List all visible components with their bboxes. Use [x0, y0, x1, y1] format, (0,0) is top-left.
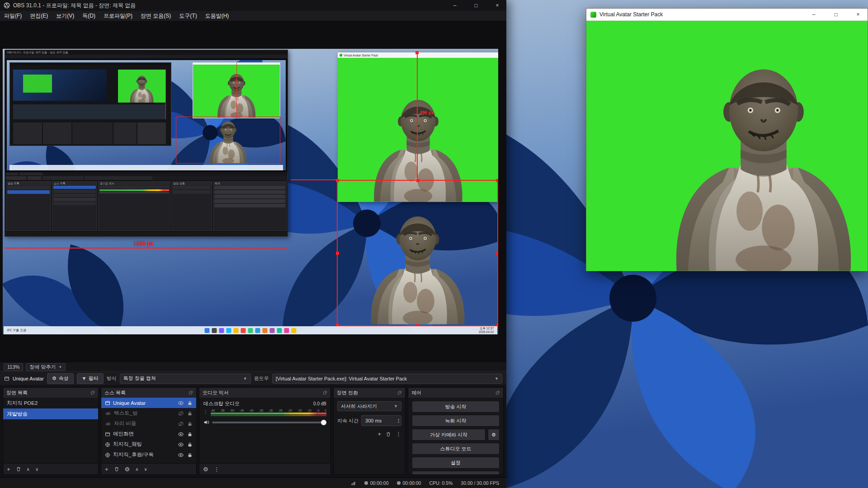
menu-item-help[interactable]: 도움말(H) — [201, 12, 233, 20]
close-button[interactable]: × — [488, 0, 506, 11]
handle-r[interactable] — [496, 252, 498, 255]
menu-item-file[interactable]: 파일(F) — [0, 12, 26, 20]
popout-icon[interactable] — [397, 390, 402, 395]
captured-desktop-preview[interactable]: OBS 31.0.1 - 프로파일: 제목 없음 - 장면: 제목 없음 — [3, 49, 498, 334]
menu-item-dock[interactable]: 독(D) — [78, 12, 99, 20]
handle-tl[interactable] — [336, 179, 339, 182]
popout-icon[interactable] — [90, 390, 95, 395]
add-transition-button[interactable]: + — [377, 431, 381, 437]
browser-source-icon — [105, 442, 110, 447]
popout-icon[interactable] — [323, 390, 327, 395]
source-item[interactable]: ab 자리 비움 — [101, 418, 196, 429]
handle-t[interactable] — [416, 179, 420, 182]
minimize-button[interactable]: – — [446, 0, 464, 11]
properties-button[interactable]: ⚙ 속성 — [47, 373, 74, 384]
mini-obs-menubar — [5, 55, 288, 58]
menu-item-edit[interactable]: 편집(E) — [26, 12, 52, 20]
preview-canvas[interactable]: OBS 31.0.1 - 프로파일: 제목 없음 - 장면: 제목 없음 — [0, 21, 506, 362]
capture-method-select[interactable]: 특정 창을 캡쳐 ▼ — [120, 374, 251, 384]
mini-obs-window: OBS 31.0.1 - 프로파일: 제목 없음 - 장면: 제목 없음 — [5, 50, 288, 237]
eye-icon[interactable] — [178, 400, 184, 406]
avatar-app-icon — [590, 12, 596, 18]
menu-item-view[interactable]: 보기(V) — [52, 12, 78, 20]
mini-green-window — [193, 62, 280, 118]
mixer-db-value: 0.0 dB — [313, 401, 326, 406]
handle-tr[interactable] — [496, 179, 498, 182]
popout-icon[interactable] — [495, 390, 500, 395]
eye-icon[interactable] — [178, 432, 184, 437]
eye-off-icon[interactable] — [178, 411, 184, 416]
scene-item-selected[interactable]: 개발방송 — [3, 408, 98, 419]
lock-icon[interactable] — [187, 442, 193, 447]
source-selection-box[interactable] — [337, 180, 498, 326]
source-up-button[interactable]: ∧ — [135, 467, 138, 472]
eye-off-icon[interactable] — [178, 421, 184, 427]
virtual-camera-settings-button[interactable]: ⚙ — [488, 429, 500, 441]
source-properties-button[interactable]: ⚙ — [125, 466, 130, 473]
volume-slider-knob[interactable] — [321, 420, 326, 425]
chevron-down-icon: ▼ — [243, 376, 247, 381]
scene-item[interactable]: 치지직 POE2 — [3, 398, 98, 408]
source-item[interactable]: 치지직_채팅 — [101, 439, 196, 450]
start-virtual-camera-button[interactable]: 가상 카메라 시작 — [412, 429, 486, 441]
trash-icon[interactable] — [16, 466, 21, 472]
scenes-title: 장면 목록 — [6, 389, 28, 396]
eye-icon[interactable] — [178, 452, 184, 458]
scene-up-button[interactable]: ∧ — [27, 467, 30, 472]
stream-dot — [397, 481, 401, 485]
current-source-name: Unique Avatar — [13, 376, 44, 381]
transition-select[interactable]: 서서히 사라지기 ▼ — [337, 401, 401, 411]
maximize-button[interactable]: □ — [467, 0, 485, 11]
mixer-settings-button[interactable]: ⚙ — [203, 466, 208, 473]
exit-button[interactable]: 끝내기 — [412, 471, 500, 474]
zoom-level[interactable]: 113% — [4, 363, 23, 371]
volume-slider[interactable] — [212, 422, 326, 423]
menu-item-tools[interactable]: 도구(T) — [175, 12, 201, 20]
maximize-button[interactable]: □ — [826, 9, 845, 20]
obs-logo-icon — [4, 2, 10, 9]
source-item[interactable]: 치지직_후원/구독 — [101, 450, 196, 460]
mixer-title: 오디오 믹서 — [203, 389, 229, 396]
stats-icon[interactable] — [351, 480, 356, 486]
filters-button[interactable]: 필터 — [77, 373, 104, 384]
handle-l[interactable] — [336, 252, 339, 255]
transition-menu-button[interactable]: ⋮ — [396, 431, 401, 437]
lock-icon[interactable] — [187, 421, 193, 427]
trash-icon[interactable] — [386, 432, 391, 437]
settings-button[interactable]: 설정 — [412, 457, 500, 469]
mixer-menu-button[interactable]: ⋮ — [214, 466, 220, 473]
fit-to-window-dropdown[interactable]: 창에 맞추기 ▼ — [26, 363, 66, 371]
mixer-kebab-icon[interactable]: ⋮ — [203, 409, 208, 414]
studio-mode-button[interactable]: 스튜디오 모드 — [412, 443, 500, 455]
menu-item-scene-collection[interactable]: 장면 모음(S) — [137, 12, 175, 20]
minimize-button[interactable]: – — [804, 9, 823, 20]
close-button[interactable]: × — [849, 9, 868, 20]
speaker-icon[interactable] — [203, 419, 209, 425]
lock-icon[interactable] — [187, 411, 193, 416]
add-scene-button[interactable]: + — [7, 466, 10, 473]
crop-handle-top[interactable] — [415, 51, 419, 54]
lock-icon[interactable] — [187, 432, 193, 437]
source-down-button[interactable]: ∨ — [144, 467, 147, 472]
source-item[interactable]: Unique Avatar — [101, 398, 196, 408]
capture-window-select[interactable]: [Virtual Avatar Starter Pack.exe]: Virtu… — [272, 374, 502, 384]
mini-obs-preview — [5, 58, 288, 172]
start-streaming-button[interactable]: 방송 시작 — [412, 401, 500, 413]
source-item[interactable]: 메인화면 — [101, 429, 196, 439]
duration-input[interactable]: 300 ms ▴▾ — [361, 415, 401, 426]
popout-icon[interactable] — [189, 390, 193, 395]
start-recording-button[interactable]: 녹화 시작 — [412, 415, 500, 427]
crop-hline[interactable] — [291, 179, 337, 180]
menu-item-profile[interactable]: 프로파일(P) — [99, 12, 137, 20]
source-item[interactable]: ab 텍스트_방 — [101, 408, 196, 418]
mini-avatar-selection — [176, 117, 280, 164]
crop-vline[interactable] — [417, 52, 418, 180]
lock-icon[interactable] — [187, 452, 193, 458]
spin-down-icon[interactable]: ▾ — [398, 421, 399, 423]
scene-down-button[interactable]: ∨ — [35, 467, 38, 472]
add-source-button[interactable]: + — [105, 466, 108, 473]
eye-icon[interactable] — [178, 442, 184, 447]
sources-dock: 소스 목록 Unique Avatar ab 텍스트_방 ab — [101, 387, 197, 475]
lock-icon[interactable] — [187, 400, 193, 406]
trash-icon[interactable] — [114, 466, 119, 472]
